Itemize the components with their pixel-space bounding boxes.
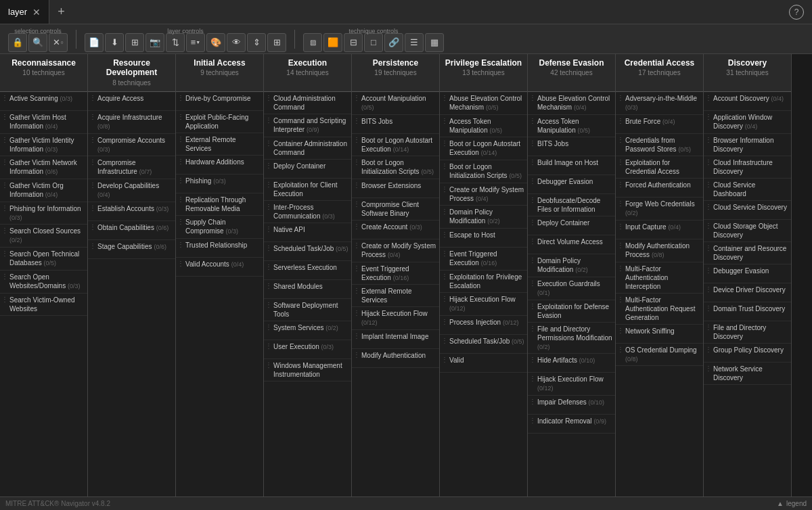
- list-item[interactable]: ⋮External Remote Services: [352, 285, 439, 307]
- list-item[interactable]: ⋮Account Manipulation (0/5): [352, 92, 439, 115]
- list-item[interactable]: ⋮Direct Volume Access: [528, 235, 615, 254]
- list-item[interactable]: ⋮User Execution (0/3): [264, 340, 351, 359]
- list-item[interactable]: ⋮Gather Victim Network Information (0/6): [0, 156, 87, 179]
- list-item[interactable]: ⋮Browser Information Discovery: [704, 134, 791, 156]
- list-item[interactable]: ⋮Cloud Service Dashboard: [704, 179, 791, 201]
- list-item[interactable]: ⋮Network Sniffing: [616, 325, 703, 344]
- list-item[interactable]: ⋮Hide Artifacts (0/10): [528, 354, 615, 373]
- list-item[interactable]: ⋮File and Directory Permissions Modifica…: [528, 323, 615, 354]
- list-item[interactable]: ⋮Cloud Infrastructure Discovery: [704, 156, 791, 179]
- deselect-button[interactable]: ✕○: [49, 33, 68, 52]
- collapse-button[interactable]: ⊞: [267, 33, 286, 52]
- list-item[interactable]: ⋮Multi-Factor Authentication Interceptio…: [616, 262, 703, 294]
- list-item[interactable]: ⋮Forced Authentication: [616, 179, 703, 198]
- list-item[interactable]: ⋮Deploy Container: [528, 216, 615, 235]
- list-item[interactable]: ⋮Credentials from Password Stores (0/5): [616, 134, 703, 157]
- list-item[interactable]: ⋮Container and Resource Discovery: [704, 242, 791, 264]
- list-item[interactable]: ⋮Build Image on Host: [528, 156, 615, 175]
- list-item[interactable]: ⋮Develop Capabilities (0/4): [88, 179, 175, 202]
- list-item[interactable]: ⋮Valid: [440, 354, 527, 373]
- list-item[interactable]: ⋮Deobfuscate/Decode Files or Information: [528, 194, 615, 216]
- disable-button[interactable]: ▦: [425, 33, 444, 52]
- tactic-header-2[interactable]: Initial Access9 techniques: [176, 54, 263, 92]
- expand-button[interactable]: ⇕: [247, 33, 266, 52]
- list-item[interactable]: ⋮Escape to Host: [440, 229, 527, 248]
- list-item[interactable]: ⋮Valid Accounts (0/4): [176, 258, 263, 277]
- layer-tab[interactable]: layer ✕: [0, 0, 49, 24]
- list-item[interactable]: ⋮Compromise Client Software Binary: [352, 198, 439, 221]
- list-item[interactable]: ⋮Software Deployment Tools: [264, 299, 351, 321]
- list-item[interactable]: ⋮BITS Jobs: [528, 137, 615, 156]
- list-item[interactable]: ⋮Inter-Process Communication (0/3): [264, 201, 351, 224]
- list-item[interactable]: ⋮Process Injection (0/12): [440, 316, 527, 335]
- list-item[interactable]: ⋮Native API: [264, 223, 351, 242]
- list-item[interactable]: ⋮Serverless Execution: [264, 261, 351, 280]
- list-item[interactable]: ⋮Network Service Discovery: [704, 363, 791, 385]
- list-item[interactable]: ⋮Exploitation for Credential Access: [616, 156, 703, 179]
- add-tab-button[interactable]: +: [49, 0, 73, 24]
- list-item[interactable]: ⋮External Remote Services: [176, 133, 263, 156]
- list-item[interactable]: ⋮Acquire Infrastructure (0/8): [88, 111, 175, 134]
- list-item[interactable]: ⋮Adversary-in-the-Middle (0/3): [616, 92, 703, 115]
- list-item[interactable]: ⋮Hijack Execution Flow (0/12): [528, 373, 615, 396]
- list-item[interactable]: ⋮Container Administration Command: [264, 137, 351, 160]
- tactic-header-5[interactable]: Privilege Escalation13 techniques: [440, 54, 527, 92]
- list-item[interactable]: ⋮Replication Through Removable Media: [176, 193, 263, 216]
- color-button[interactable]: 🟧: [323, 33, 342, 52]
- list-item[interactable]: ⋮Search Open Technical Databases (0/5): [0, 248, 87, 271]
- tactic-header-4[interactable]: Persistence19 techniques: [352, 54, 439, 92]
- list-item[interactable]: ⋮Command and Scripting Interpreter (0/9): [264, 114, 351, 137]
- list-item[interactable]: ⋮Boot or Logon Initialization Scripts (0…: [440, 160, 527, 183]
- list-item[interactable]: ⋮BITS Jobs: [352, 115, 439, 134]
- list-item[interactable]: ⋮Boot or Logon Initialization Scripts (0…: [352, 156, 439, 179]
- list-item[interactable]: ⋮Input Capture (0/4): [616, 221, 703, 239]
- list-item[interactable]: ⋮Browser Extensions: [352, 179, 439, 198]
- list-item[interactable]: ⋮Gather Victim Identity Information (0/3…: [0, 134, 87, 157]
- list-item[interactable]: ⋮Impair Defenses (0/10): [528, 396, 615, 415]
- help-button[interactable]: ?: [789, 5, 804, 20]
- list-item[interactable]: ⋮Create or Modify System Process (0/4): [352, 239, 439, 262]
- list-item[interactable]: ⋮Domain Trust Discovery: [704, 302, 791, 321]
- list-item[interactable]: ⋮Phishing for Information (0/3): [0, 202, 87, 225]
- list-item[interactable]: ⋮Device Driver Discovery: [704, 283, 791, 302]
- link-button[interactable]: 🔗: [384, 33, 403, 52]
- list-item[interactable]: ⋮Cloud Storage Object Discovery: [704, 220, 791, 242]
- list-item[interactable]: ⋮Domain Policy Modification (0/2): [440, 206, 527, 229]
- list-item[interactable]: ⋮Drive-by Compromise: [176, 92, 263, 111]
- list-item[interactable]: ⋮Application Window Discovery (0/4): [704, 111, 791, 134]
- list-item[interactable]: ⋮Modify Authentication: [352, 349, 439, 368]
- list-item[interactable]: ⋮Create or Modify System Process (0/4): [440, 183, 527, 206]
- list-item[interactable]: ⋮Execution Guardrails (0/1): [528, 277, 615, 300]
- list-item[interactable]: ⋮Boot or Logon Autostart Execution (0/14…: [440, 137, 527, 160]
- tactic-header-8[interactable]: Discovery31 techniques: [704, 54, 791, 92]
- list-item[interactable]: ⋮Obtain Capabilities (0/6): [88, 221, 175, 240]
- tactic-header-1[interactable]: Resource Development8 techniques: [88, 54, 175, 92]
- legend-button[interactable]: ▲ legend: [777, 500, 807, 507]
- eye-button[interactable]: 👁: [227, 33, 246, 52]
- tactic-header-7[interactable]: Credential Access17 techniques: [616, 54, 703, 92]
- list-item[interactable]: ⋮Debugger Evasion: [528, 175, 615, 194]
- list-item[interactable]: ⋮Exploitation for Privilege Escalation: [440, 271, 527, 293]
- list-item[interactable]: ⋮Modify Authentication Process (0/8): [616, 239, 703, 262]
- list-item[interactable]: ⋮Access Token Manipulation (0/5): [528, 115, 615, 138]
- lock-button[interactable]: 🔒: [8, 33, 27, 52]
- list-item[interactable]: ⋮Indicator Removal (0/9): [528, 415, 615, 434]
- list-item[interactable]: ⋮Boot or Logon Autostart Execution (0/14…: [352, 134, 439, 157]
- list-item[interactable]: ⋮Establish Accounts (0/3): [88, 202, 175, 221]
- score-button[interactable]: ⊟: [344, 33, 363, 52]
- list-item[interactable]: ⋮Trusted Relationship: [176, 239, 263, 258]
- list-item[interactable]: ⋮Shared Modules: [264, 280, 351, 299]
- list-item[interactable]: ⋮Windows Management Instrumentation: [264, 359, 351, 381]
- grid-button[interactable]: ⊞: [125, 33, 144, 52]
- list-item[interactable]: ⋮Forge Web Credentials (0/2): [616, 198, 703, 221]
- list-item[interactable]: ⋮Abuse Elevation Control Mechanism (0/4): [528, 92, 615, 115]
- list-item[interactable]: ⋮Cloud Administration Command: [264, 92, 351, 114]
- list-item[interactable]: ⋮Deploy Container: [264, 160, 351, 179]
- search-button[interactable]: 🔍: [28, 33, 47, 52]
- list-item[interactable]: ⋮Exploitation for Defense Evasion: [528, 300, 615, 323]
- list-item[interactable]: ⋮Exploitation for Client Execution: [264, 179, 351, 201]
- list-item[interactable]: ⋮Hardware Additions: [176, 156, 263, 175]
- list-item[interactable]: ⋮Compromise Infrastructure (0/7): [88, 156, 175, 179]
- tactic-header-0[interactable]: Reconnaissance10 techniques: [0, 54, 87, 92]
- list-item[interactable]: ⋮OS Credential Dumping (0/8): [616, 344, 703, 367]
